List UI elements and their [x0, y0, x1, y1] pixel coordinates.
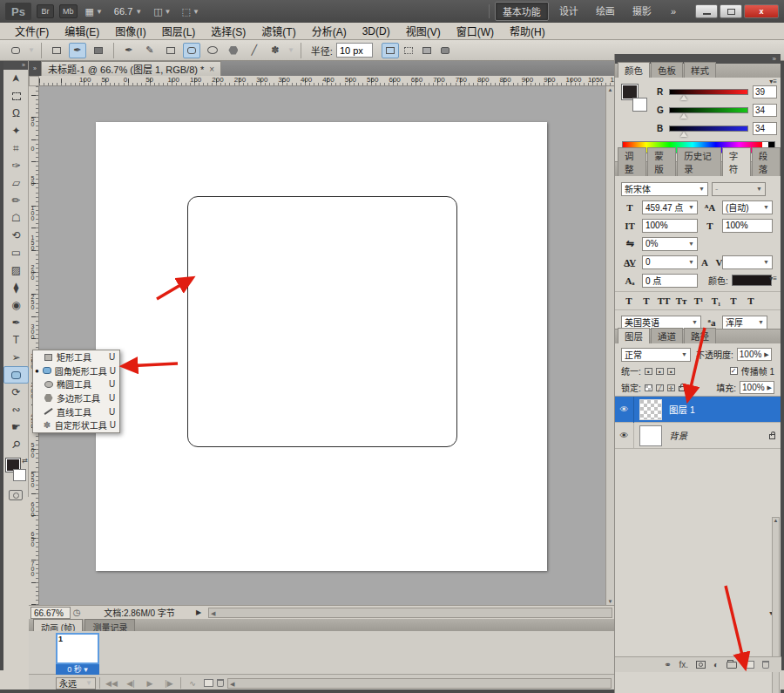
new-group-button[interactable] — [727, 662, 737, 669]
tools-collapse-bar[interactable]: » — [3, 61, 28, 70]
workspace-button[interactable]: 基本功能 — [495, 2, 549, 21]
menu-item[interactable]: 选择(S) — [203, 22, 253, 40]
polygon-tool-button[interactable] — [225, 43, 242, 58]
flyout-menu-item[interactable]: ● 矩形工具 U — [33, 350, 119, 364]
add-to-shape-button[interactable] — [400, 43, 417, 58]
anti-alias-dropdown[interactable]: 浑厚▼ — [722, 316, 767, 330]
tool-button[interactable]: ▨ — [3, 262, 29, 279]
slider-thumb-icon[interactable] — [680, 132, 687, 137]
text-style-button[interactable]: T — [743, 294, 759, 308]
leading-dropdown[interactable]: (自动)▼ — [722, 200, 773, 214]
panel-tab[interactable]: 段落 — [752, 147, 781, 176]
animation-frame[interactable]: 1 0 秒 ▾ — [56, 633, 101, 675]
create-new-shape-button[interactable] — [382, 43, 399, 58]
freeform-pen-button[interactable]: ✎ — [141, 43, 159, 58]
tool-button[interactable]: ✏ — [3, 192, 29, 209]
font-size-dropdown[interactable]: 459.47 点▼ — [642, 200, 698, 214]
zoom-level-dropdown[interactable]: 66.7▼ — [111, 6, 145, 17]
tool-button[interactable] — [3, 87, 29, 105]
text-style-button[interactable]: T — [621, 294, 637, 308]
tool-button[interactable]: ▱ — [3, 174, 29, 192]
panel-tab[interactable]: 样式 — [684, 62, 716, 78]
ellipse-tool-button[interactable] — [204, 43, 221, 58]
panel-tab[interactable]: 调整 — [618, 147, 646, 176]
link-layers-button[interactable]: ⚭ — [664, 660, 671, 669]
new-layer-button[interactable] — [745, 661, 754, 669]
scroll-up-icon[interactable]: ▲ — [608, 87, 613, 92]
tool-button[interactable]: ◉ — [3, 296, 29, 314]
text-style-button[interactable]: T¹ — [691, 294, 706, 308]
text-color-swatch[interactable] — [732, 275, 772, 286]
channel-slider[interactable] — [669, 126, 748, 132]
text-style-button[interactable]: TT — [656, 294, 672, 308]
tool-button[interactable]: ∾ — [3, 401, 29, 418]
panel-tab[interactable]: 颜色 — [618, 62, 650, 78]
fill-pixels-mode-button[interactable] — [90, 43, 107, 58]
menu-item[interactable]: 分析(A) — [304, 22, 355, 40]
tracking-dropdown[interactable]: 0▼ — [642, 255, 698, 269]
text-style-button[interactable]: T — [726, 294, 741, 308]
extras-button[interactable]: ⬚▼ — [179, 6, 202, 17]
tabbar-collapse-icon[interactable]: » — [29, 61, 41, 76]
subtract-shape-button[interactable] — [418, 43, 436, 58]
paths-mode-button[interactable]: ✒ — [69, 43, 86, 58]
tool-button[interactable]: ☛ — [3, 418, 29, 436]
tool-button[interactable]: ⧫ — [3, 279, 29, 296]
visibility-cell[interactable]: 👁 — [615, 397, 634, 423]
loop-count-dropdown[interactable]: 永远▼ — [56, 677, 96, 690]
propagate-checkbox[interactable]: ✓ — [730, 367, 738, 375]
menu-item[interactable]: 窗口(W) — [449, 22, 502, 40]
tween-button[interactable]: ∿ — [185, 679, 200, 688]
animation-tab[interactable]: 测量记录 — [84, 619, 135, 631]
lock-all-icon[interactable] — [679, 386, 685, 391]
swap-colors-icon[interactable]: ⇄ — [22, 457, 28, 465]
tool-button[interactable]: ✑ — [3, 157, 29, 174]
menu-item[interactable]: 滤镜(T) — [253, 22, 303, 40]
kerning-dropdown[interactable]: ▼ — [722, 255, 773, 269]
lock-position-icon[interactable]: ✛ — [667, 384, 675, 391]
vertical-scale-field[interactable] — [642, 219, 698, 233]
menu-item[interactable]: 文件(F) — [7, 22, 57, 40]
tab-close-icon[interactable]: × — [209, 65, 214, 74]
panel-menu-icon[interactable]: ▾≡ — [769, 275, 777, 282]
flyout-menu-item[interactable]: ● 圆角矩形工具 U — [33, 364, 119, 378]
flyout-menu-item[interactable]: ● 直线工具 U — [33, 404, 119, 418]
menu-item[interactable]: 编辑(E) — [57, 22, 107, 40]
tool-button[interactable]: ➢ — [3, 349, 29, 366]
animation-scrollbar[interactable]: ◀ — [227, 678, 612, 689]
fill-field[interactable]: 100%▶ — [740, 381, 774, 394]
tool-button[interactable]: Ω — [3, 105, 29, 122]
slider-thumb-icon[interactable] — [680, 95, 687, 100]
tool-button[interactable]: ☖ — [3, 209, 29, 227]
tool-button[interactable]: ⚲ — [3, 436, 29, 453]
blend-mode-dropdown[interactable]: 正常▼ — [621, 348, 691, 362]
slider-thumb-icon[interactable] — [680, 113, 687, 119]
next-frame-button[interactable]: |▶ — [161, 679, 177, 688]
unify-style-icon[interactable]: ꔷ — [667, 368, 675, 375]
channel-value-field[interactable]: 39 — [753, 85, 777, 99]
canvas[interactable] — [39, 86, 605, 605]
status-options-arrow[interactable]: ▶ — [196, 608, 206, 616]
first-frame-button[interactable]: ◀◀ — [104, 679, 119, 688]
panel-tab[interactable]: 历史记录 — [677, 147, 720, 176]
animation-tab[interactable]: 动画 (帧) — [33, 619, 83, 631]
workspace-button[interactable]: 绘画 — [589, 2, 622, 21]
menu-item[interactable]: 图层(L) — [154, 22, 204, 40]
tool-button[interactable]: ⟳ — [3, 384, 29, 401]
layer-row[interactable]: 👁 图层 1 — [615, 397, 781, 423]
proportional-spacing-dropdown[interactable]: 0%▼ — [642, 237, 698, 251]
tool-button[interactable] — [3, 366, 29, 384]
spinner-icon[interactable]: ▶ — [764, 351, 768, 358]
arrange-documents-button[interactable]: ▦▼ — [83, 6, 105, 17]
screen-mode-button[interactable]: ◫▼ — [151, 6, 173, 17]
panel-tab[interactable]: 图层 — [618, 328, 650, 343]
layer-style-button[interactable]: fx. — [679, 660, 688, 669]
minimize-button[interactable] — [695, 4, 718, 18]
font-family-dropdown[interactable]: 新宋体▼ — [621, 182, 708, 196]
radius-input[interactable] — [336, 43, 373, 58]
horizontal-scrollbar[interactable]: ◀ — [208, 608, 612, 618]
tool-button[interactable]: ➤ — [3, 70, 29, 87]
unify-visibility-icon[interactable]: ꔷ — [656, 368, 664, 375]
close-button[interactable]: x — [744, 4, 779, 18]
add-layer-mask-button[interactable] — [696, 661, 706, 669]
